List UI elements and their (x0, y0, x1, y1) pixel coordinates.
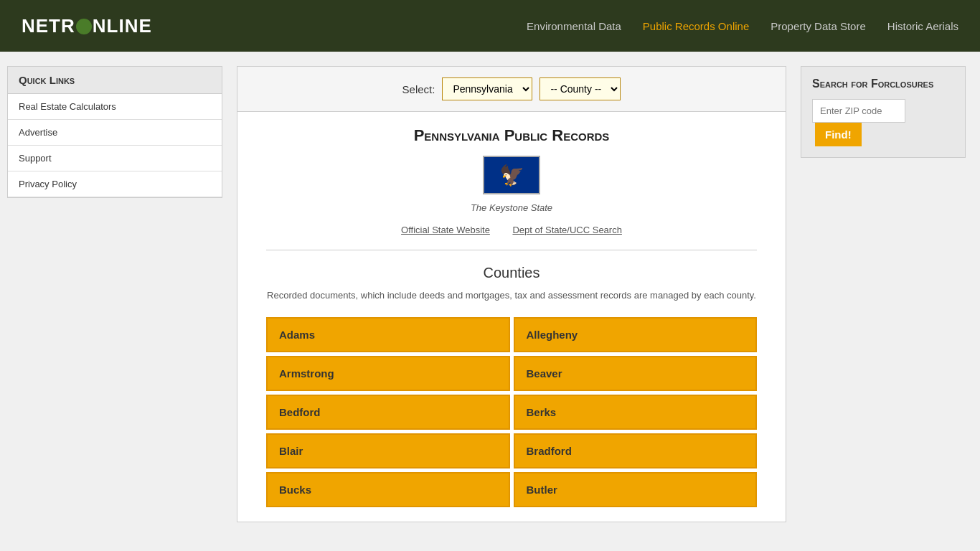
county-button[interactable]: Blair (266, 433, 510, 468)
quick-links-box: Quick Links Real Estate Calculators Adve… (7, 66, 222, 198)
page-title: Pennsylvania Public Records (266, 126, 757, 145)
state-flag-area (266, 156, 757, 197)
header: NETRNLINE Environmental Data Public Reco… (0, 0, 980, 52)
nav-property-data[interactable]: Property Data Store (771, 20, 866, 32)
county-select[interactable]: -- County -- Adams Allegheny Armstrong (540, 77, 621, 100)
content-area: Select: Pennsylvania Alabama Alaska Ariz… (237, 66, 786, 522)
nav-historic-aerials[interactable]: Historic Aerials (887, 20, 958, 32)
counties-title: Counties (266, 265, 757, 281)
right-panel: Search for Forclosures Find! (801, 66, 966, 522)
county-button[interactable]: Butler (514, 472, 758, 507)
official-state-link[interactable]: Official State Website (401, 225, 490, 235)
selector-bar: Select: Pennsylvania Alabama Alaska Ariz… (237, 67, 786, 112)
nav-public-records[interactable]: Public Records Online (643, 20, 749, 32)
state-nickname: The Keystone State (266, 202, 757, 213)
sidebar-link-support[interactable]: Support (8, 146, 222, 171)
counties-grid: AdamsAlleghenyArmstrongBeaverBedfordBerk… (266, 317, 757, 507)
state-links: Official State Website Dept of State/UCC… (266, 224, 757, 250)
sidebar-link-advertise[interactable]: Advertise (8, 120, 222, 146)
foreclosure-box: Search for Forclosures Find! (801, 66, 966, 158)
state-select[interactable]: Pennsylvania Alabama Alaska Arizona (442, 77, 532, 100)
logo-area: NETRNLINE (22, 15, 152, 37)
layout: Quick Links Real Estate Calculators Adve… (0, 52, 980, 537)
logo-globe-icon (76, 19, 92, 34)
county-button[interactable]: Allegheny (514, 317, 758, 352)
main-nav: Environmental Data Public Records Online… (527, 20, 958, 32)
sidebar-link-privacy[interactable]: Privacy Policy (8, 171, 222, 197)
state-flag-image (483, 156, 540, 194)
sidebar-link-calculators[interactable]: Real Estate Calculators (8, 94, 222, 120)
county-button[interactable]: Bradford (514, 433, 758, 468)
zip-input[interactable] (812, 99, 905, 123)
select-label: Select: (402, 83, 435, 95)
content-body: Pennsylvania Public Records The Keystone… (237, 112, 786, 522)
nav-environmental[interactable]: Environmental Data (527, 20, 621, 32)
counties-description: Recorded documents, which include deeds … (266, 288, 757, 303)
logo[interactable]: NETRNLINE (22, 15, 152, 37)
foreclosure-title: Search for Forclosures (812, 77, 954, 90)
county-button[interactable]: Beaver (514, 356, 758, 391)
county-button[interactable]: Bucks (266, 472, 510, 507)
quick-links-title: Quick Links (8, 67, 222, 94)
sidebar: Quick Links Real Estate Calculators Adve… (7, 66, 222, 522)
dept-state-link[interactable]: Dept of State/UCC Search (512, 225, 621, 235)
find-button[interactable]: Find! (815, 123, 862, 146)
foreclosure-search: Find! (812, 99, 954, 146)
county-button[interactable]: Adams (266, 317, 510, 352)
county-button[interactable]: Armstrong (266, 356, 510, 391)
county-button[interactable]: Bedford (266, 395, 510, 430)
county-button[interactable]: Berks (514, 395, 758, 430)
